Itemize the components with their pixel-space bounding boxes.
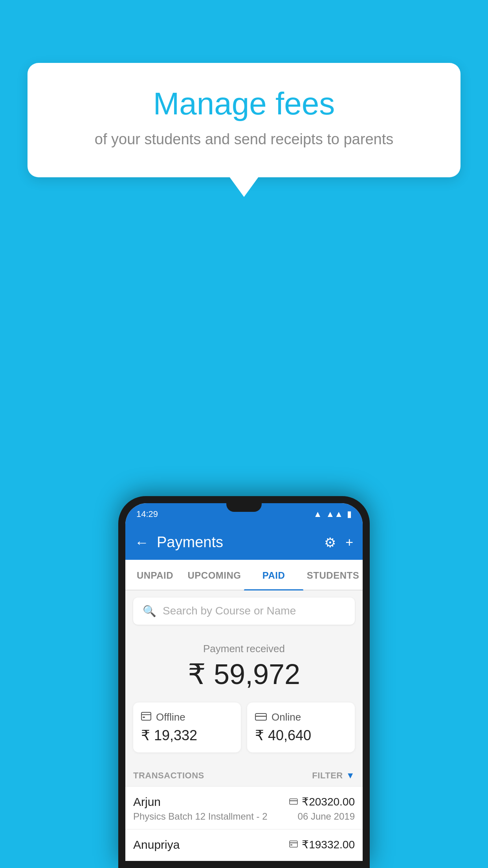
online-label: Online xyxy=(272,711,301,723)
tab-paid[interactable]: PAID xyxy=(244,560,303,590)
phone-frame: 14:29 ▲ ▲▲ ▮ ← Payments ⚙ + UNPAID UPCOM… xyxy=(118,496,370,868)
tab-students[interactable]: STUDENTS xyxy=(303,560,363,590)
wifi-icon: ▲ xyxy=(314,509,322,519)
card-header-online: Online xyxy=(255,711,347,723)
page-title: Payments xyxy=(157,534,324,551)
search-box[interactable]: 🔍 Search by Course or Name xyxy=(133,598,355,625)
tabs-bar: UNPAID UPCOMING PAID STUDENTS xyxy=(125,560,363,590)
search-container: 🔍 Search by Course or Name xyxy=(125,590,363,632)
tx-main-arjun: Arjun ₹20320.00 xyxy=(133,795,355,809)
tooltip-title: Manage fees xyxy=(59,86,429,121)
tab-unpaid[interactable]: UNPAID xyxy=(125,560,185,590)
tx-amount-arjun: ₹20320.00 xyxy=(302,795,355,808)
tooltip-card: Manage fees of your students and send re… xyxy=(28,63,460,177)
svg-rect-3 xyxy=(255,714,266,720)
svg-rect-2 xyxy=(143,717,145,718)
online-icon xyxy=(255,711,267,723)
app-bar: ← Payments ⚙ + xyxy=(125,525,363,560)
phone-screen: 14:29 ▲ ▲▲ ▮ ← Payments ⚙ + UNPAID UPCOM… xyxy=(125,503,363,861)
offline-label: Offline xyxy=(156,711,185,723)
tx-online-icon xyxy=(289,797,298,807)
transaction-row[interactable]: Anupriya ₹19332.00 xyxy=(125,829,363,861)
card-header-offline: Offline xyxy=(141,711,233,723)
online-payment-card: Online ₹ 40,640 xyxy=(247,702,355,752)
search-input[interactable]: Search by Course or Name xyxy=(163,605,296,617)
svg-rect-9 xyxy=(290,844,292,846)
offline-payment-card: Offline ₹ 19,332 xyxy=(133,702,241,752)
phone-notch xyxy=(226,503,262,512)
settings-button[interactable]: ⚙ xyxy=(324,535,336,550)
battery-icon: ▮ xyxy=(347,509,352,519)
offline-amount: ₹ 19,332 xyxy=(141,727,233,744)
offline-icon xyxy=(141,711,151,723)
tx-main-anupriya: Anupriya ₹19332.00 xyxy=(133,838,355,851)
tab-upcoming[interactable]: UPCOMING xyxy=(185,560,244,590)
svg-rect-5 xyxy=(290,799,297,804)
tx-amount-wrap-anupriya: ₹19332.00 xyxy=(289,838,355,851)
tx-amount-wrap-arjun: ₹20320.00 xyxy=(289,795,355,808)
payment-received-section: Payment received ₹ 59,972 xyxy=(125,632,363,702)
svg-rect-7 xyxy=(290,841,297,847)
tx-offline-icon xyxy=(289,840,298,850)
transactions-header: TRANSACTIONS FILTER ▼ xyxy=(125,763,363,786)
back-button[interactable]: ← xyxy=(135,534,149,551)
tx-course-arjun: Physics Batch 12 Installment - 2 xyxy=(133,811,267,822)
tx-name-anupriya: Anupriya xyxy=(133,838,180,851)
status-icons: ▲ ▲▲ ▮ xyxy=(314,509,352,519)
app-bar-actions: ⚙ + xyxy=(324,535,353,550)
status-time: 14:29 xyxy=(136,509,158,519)
payment-received-label: Payment received xyxy=(133,643,355,655)
payment-received-amount: ₹ 59,972 xyxy=(133,659,355,690)
payment-cards-row: Offline ₹ 19,332 Online ₹ 40,640 xyxy=(125,702,363,763)
tx-date-arjun: 06 June 2019 xyxy=(298,811,355,822)
add-button[interactable]: + xyxy=(345,535,353,550)
transactions-label: TRANSACTIONS xyxy=(133,771,204,781)
transaction-row[interactable]: Arjun ₹20320.00 Physics Batch 12 Install… xyxy=(125,786,363,829)
search-icon: 🔍 xyxy=(143,605,156,618)
tx-sub-arjun: Physics Batch 12 Installment - 2 06 June… xyxy=(133,811,355,822)
filter-button[interactable]: FILTER ▼ xyxy=(312,771,355,781)
signal-icon: ▲▲ xyxy=(326,509,343,519)
tx-name-arjun: Arjun xyxy=(133,795,161,809)
svg-rect-0 xyxy=(141,712,151,720)
tooltip-subtitle: of your students and send receipts to pa… xyxy=(59,129,429,150)
filter-icon: ▼ xyxy=(346,771,355,781)
tx-amount-anupriya: ₹19332.00 xyxy=(302,838,355,851)
online-amount: ₹ 40,640 xyxy=(255,727,347,744)
filter-label: FILTER xyxy=(312,771,343,781)
